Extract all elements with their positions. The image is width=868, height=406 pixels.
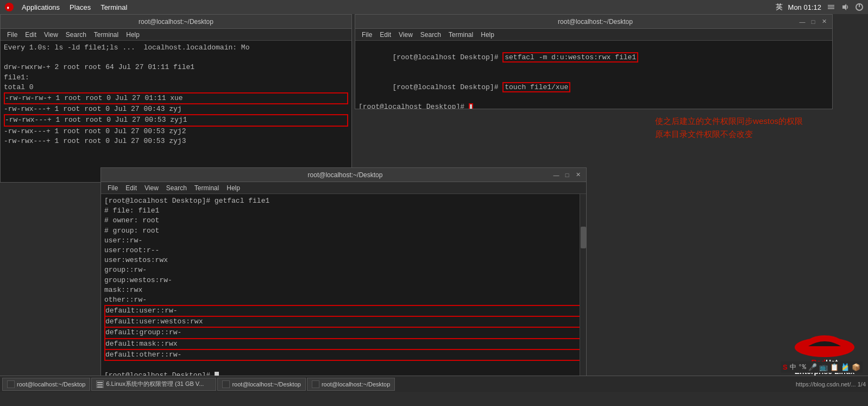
taskbar-label-2: root@localhost:~/Desktop (232, 381, 300, 388)
menu-view-2[interactable]: View (395, 30, 416, 40)
package-icon: 📦 (852, 363, 860, 372)
annotation-line2: 原本目录文件权限不会改变 (655, 128, 803, 141)
terminal-title-3: root@localhost:~/Desktop (138, 171, 552, 179)
terminal-content-3: [root@localhost Desktop]# getfacl file1 … (101, 194, 586, 390)
places-menu[interactable]: Places (65, 2, 95, 13)
terminal-menubar-2: File Edit View Search Terminal Help (355, 29, 832, 41)
win-controls-2: — □ ✕ (798, 18, 828, 26)
taskbar-icon-0 (7, 380, 15, 388)
terminal-titlebar-3: root@localhost:~/Desktop — □ ✕ (101, 168, 586, 182)
top-menubar: ♦ Applications Places Terminal 英 Mon 01:… (0, 0, 868, 14)
taskbar-label-1: 6.Linux系统中的权限管理 (31 GB V... (106, 380, 204, 388)
terminal-window-1: root@localhost:~/Desktop File Edit View … (0, 14, 352, 183)
menu-edit-1[interactable]: Edit (22, 30, 40, 40)
terminal-content-1: Every 1.0s: ls -ld file1;ls ... localhos… (1, 41, 351, 182)
terminal-titlebar-2: root@localhost:~/Desktop — □ ✕ (355, 15, 832, 29)
menu-search-2[interactable]: Search (417, 30, 444, 40)
menu-terminal-1[interactable]: Terminal (91, 30, 122, 40)
annotation-line1: 使之后建立的文件权限同步westos的权限 (655, 115, 803, 128)
menu-terminal-2[interactable]: Terminal (445, 30, 476, 40)
svg-rect-3 (828, 7, 834, 8)
taskbar-item-0[interactable]: root@localhost:~/Desktop (2, 378, 90, 391)
lang-indicator: 英 (776, 2, 783, 12)
terminal-content-2: [root@localhost Desktop]# setfacl -m d:u… (355, 41, 832, 109)
menu-search-1[interactable]: Search (62, 30, 90, 40)
menu-file-3[interactable]: File (104, 183, 121, 193)
terminal-menubar-1: File Edit View Search Terminal Help (1, 29, 351, 41)
network-icon (827, 3, 835, 11)
taskbar-item-2[interactable]: root@localhost:~/Desktop (217, 378, 305, 391)
minimize-btn-2[interactable]: — (798, 18, 806, 26)
annotation-text: 使之后建立的文件权限同步westos的权限 原本目录文件权限不会改变 (655, 115, 803, 141)
svg-rect-2 (828, 5, 834, 6)
terminal-menubar-3: File Edit View Search Terminal Help (101, 182, 586, 194)
close-btn-3[interactable]: ✕ (574, 171, 582, 179)
menu-terminal-3[interactable]: Terminal (191, 183, 222, 193)
taskbar-icon-2 (222, 380, 230, 388)
applications-menu[interactable]: Applications (17, 2, 64, 13)
volume-icon (841, 3, 850, 11)
taskbar-label-0: root@localhost:~/Desktop (17, 381, 85, 388)
top-bar-right: 英 Mon 01:12 (776, 2, 864, 12)
minimize-btn-3[interactable]: — (552, 171, 560, 179)
punctuation-icon: °% (798, 364, 806, 371)
scrollbar-3[interactable] (580, 194, 586, 390)
svg-text:♦: ♦ (7, 5, 10, 10)
menu-file-1[interactable]: File (4, 30, 21, 40)
maximize-btn-2[interactable]: □ (809, 18, 817, 26)
win-controls-3: — □ ✕ (552, 171, 582, 179)
svg-rect-4 (828, 8, 834, 9)
desktop: root@localhost:~/Desktop File Edit View … (0, 14, 868, 392)
svg-marker-5 (842, 4, 846, 10)
taskbar: root@localhost:~/Desktop 6.Linux系统中的权限管理… (0, 376, 868, 392)
settings-icon: 🎽 (841, 363, 850, 372)
terminal-window-2: root@localhost:~/Desktop — □ ✕ File Edit… (355, 14, 833, 109)
menu-search-3[interactable]: Search (163, 183, 190, 193)
taskbar-icon-3 (312, 380, 319, 388)
terminal-menu[interactable]: Terminal (96, 2, 131, 13)
menu-file-2[interactable]: File (358, 30, 375, 40)
menu-help-1[interactable]: Help (123, 30, 143, 40)
taskbar-label-3: root@localhost:~/Desktop (322, 381, 390, 388)
terminal-title-2: root@localhost:~/Desktop (392, 18, 798, 26)
taskbar-item-3[interactable]: root@localhost:~/Desktop (307, 378, 395, 391)
terminal-window-3: root@localhost:~/Desktop — □ ✕ File Edit… (100, 167, 587, 390)
clock: Mon 01:12 (788, 3, 821, 11)
taskbar-url: https://blog.csdn.net/... 1/4 (796, 381, 866, 388)
taskbar-icon-1 (96, 380, 104, 388)
menu-help-2[interactable]: Help (477, 30, 498, 40)
redhat-logo-large (792, 331, 857, 358)
menu-view-1[interactable]: View (41, 30, 61, 40)
maximize-btn-3[interactable]: □ (563, 171, 571, 179)
menu-edit-3[interactable]: Edit (122, 183, 140, 193)
redhat-logo-small: ♦ (4, 2, 14, 12)
terminal-title-1: root@localhost:~/Desktop (37, 18, 315, 26)
lang-icon: 中 (790, 363, 796, 372)
systray-icons: S 中 °% 🎤 📺 📋 🎽 📦 (781, 361, 863, 373)
mic-icon: 🎤 (808, 363, 817, 372)
sougou-icon: S (783, 363, 788, 371)
monitor-icon: 📺 (819, 363, 828, 372)
close-btn-2[interactable]: ✕ (820, 18, 828, 26)
clipboard-icon: 📋 (830, 363, 839, 372)
taskbar-item-1[interactable]: 6.Linux系统中的权限管理 (31 GB V... (91, 378, 216, 391)
terminal-titlebar-1: root@localhost:~/Desktop (1, 15, 351, 29)
power-icon (855, 3, 864, 11)
menu-edit-2[interactable]: Edit (376, 30, 394, 40)
menu-help-3[interactable]: Help (223, 183, 243, 193)
menu-view-3[interactable]: View (141, 183, 162, 193)
top-bar-left: ♦ Applications Places Terminal (4, 2, 131, 13)
